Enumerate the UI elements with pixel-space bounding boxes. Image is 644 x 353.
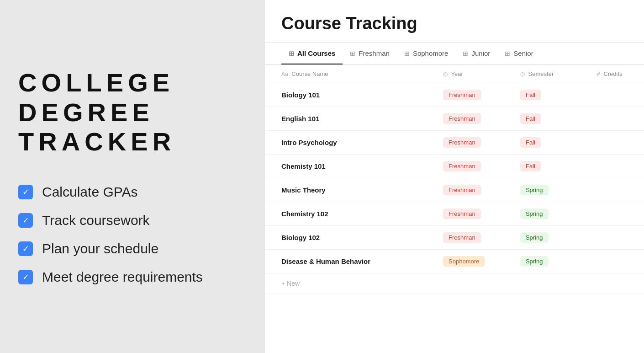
course-name-5: Chemistry 102: [265, 202, 436, 226]
tabs-row: ⊞ All Courses ⊞ Freshman ⊞ Sophomore ⊞ J…: [265, 43, 644, 65]
right-panel: Course Tracking ⊞ All Courses ⊞ Freshman…: [265, 0, 644, 353]
tab-label-sophomore: Sophomore: [413, 49, 449, 57]
course-semester-0: Fall: [513, 83, 590, 107]
course-name-6: Biology 102: [265, 226, 436, 250]
features-list: ✓ Calculate GPAs ✓ Track coursework ✓ Pl…: [18, 184, 247, 285]
semester-badge-7: Spring: [520, 256, 549, 267]
table-row[interactable]: Biology 101 Freshman Fall: [265, 83, 644, 107]
course-credits-5: [590, 202, 644, 226]
text-icon: Aa: [281, 71, 288, 77]
table-row[interactable]: Chemistry 102 Freshman Spring: [265, 202, 644, 226]
tab-label-senior: Senior: [513, 49, 533, 57]
page-title: Course Tracking: [265, 14, 644, 43]
col-header-credits: # Credits: [590, 65, 644, 83]
new-row-label: + New: [265, 273, 644, 294]
course-name-7: Disease & Human Behavior: [265, 250, 436, 273]
table-header-row: Aa Course Name ◎ Year ◎ Semester # Credi…: [265, 65, 644, 83]
course-year-5: Freshman: [436, 202, 513, 226]
course-name-0: Biology 101: [265, 83, 436, 107]
checkbox-icon-schedule: ✓: [18, 241, 33, 256]
year-badge-0: Freshman: [443, 90, 481, 100]
checkbox-icon-coursework: ✓: [18, 213, 33, 228]
year-badge-3: Freshman: [443, 161, 481, 171]
year-badge-5: Freshman: [443, 209, 481, 219]
table-row[interactable]: Music Theory Freshman Spring: [265, 178, 644, 202]
semester-badge-1: Fall: [520, 113, 541, 124]
tab-label-all: All Courses: [297, 49, 335, 57]
semester-badge-0: Fall: [520, 90, 541, 100]
course-credits-4: [590, 178, 644, 202]
semester-badge-6: Spring: [520, 232, 549, 243]
table-row[interactable]: English 101 Freshman Fall: [265, 107, 644, 131]
feature-label-coursework: Track coursework: [42, 213, 150, 228]
course-credits-0: [590, 83, 644, 107]
table-icon-freshman: ⊞: [350, 50, 355, 57]
feature-label-gpas: Calculate GPAs: [42, 184, 138, 200]
checkbox-icon-gpas: ✓: [18, 185, 33, 199]
course-year-3: Freshman: [436, 155, 513, 178]
year-badge-4: Freshman: [443, 185, 481, 195]
course-credits-3: [590, 155, 644, 178]
table-container[interactable]: Aa Course Name ◎ Year ◎ Semester # Credi…: [265, 65, 644, 353]
course-year-1: Freshman: [436, 107, 513, 131]
tab-freshman[interactable]: ⊞ Freshman: [343, 43, 397, 64]
hash-icon: #: [597, 71, 600, 77]
course-credits-6: [590, 226, 644, 250]
course-year-0: Freshman: [436, 83, 513, 107]
col-header-semester: ◎ Semester: [513, 65, 590, 83]
course-semester-7: Spring: [513, 250, 590, 273]
circle-icon2: ◎: [520, 71, 525, 77]
table-row[interactable]: Biology 102 Freshman Spring: [265, 226, 644, 250]
feature-label-requirements: Meet degree requirements: [42, 269, 203, 285]
left-panel: COLLEGE DEGREE TRACKER ✓ Calculate GPAs …: [0, 0, 265, 353]
course-name-3: Chemisty 101: [265, 155, 436, 178]
course-semester-1: Fall: [513, 107, 590, 131]
table-icon-all: ⊞: [289, 50, 294, 57]
course-credits-1: [590, 107, 644, 131]
new-row[interactable]: + New: [265, 273, 644, 294]
course-semester-5: Spring: [513, 202, 590, 226]
table-icon-sophomore: ⊞: [404, 50, 410, 57]
feature-coursework: ✓ Track coursework: [18, 213, 247, 228]
tab-all[interactable]: ⊞ All Courses: [281, 43, 343, 64]
course-name-1: English 101: [265, 107, 436, 131]
tab-label-freshman: Freshman: [359, 49, 390, 57]
semester-badge-3: Fall: [520, 161, 541, 171]
course-credits-7: [590, 250, 644, 273]
table-row[interactable]: Chemisty 101 Freshman Fall: [265, 155, 644, 178]
semester-badge-4: Spring: [520, 185, 549, 195]
feature-label-schedule: Plan your schedule: [42, 241, 158, 257]
course-semester-3: Fall: [513, 155, 590, 178]
course-name-4: Music Theory: [265, 178, 436, 202]
semester-badge-5: Spring: [520, 209, 549, 219]
course-semester-2: Fall: [513, 131, 590, 155]
table-row[interactable]: Intro Psychology Freshman Fall: [265, 131, 644, 155]
year-badge-1: Freshman: [443, 113, 481, 124]
tab-label-junior: Junior: [471, 49, 490, 57]
course-semester-6: Spring: [513, 226, 590, 250]
year-badge-7: Sophomore: [443, 256, 485, 267]
course-name-2: Intro Psychology: [265, 131, 436, 155]
app-title: COLLEGE DEGREE TRACKER: [18, 68, 247, 156]
year-badge-6: Freshman: [443, 232, 481, 243]
course-semester-4: Spring: [513, 178, 590, 202]
course-year-6: Freshman: [436, 226, 513, 250]
checkbox-icon-requirements: ✓: [18, 270, 33, 284]
tab-senior[interactable]: ⊞ Senior: [497, 43, 540, 64]
feature-gpas: ✓ Calculate GPAs: [18, 184, 247, 200]
courses-table: Aa Course Name ◎ Year ◎ Semester # Credi…: [265, 65, 644, 294]
table-row[interactable]: Disease & Human Behavior Sophomore Sprin…: [265, 250, 644, 273]
col-header-name: Aa Course Name: [265, 65, 436, 83]
tab-sophomore[interactable]: ⊞ Sophomore: [397, 43, 456, 64]
col-header-year: ◎ Year: [436, 65, 513, 83]
circle-icon: ◎: [443, 71, 448, 77]
course-year-4: Freshman: [436, 178, 513, 202]
feature-schedule: ✓ Plan your schedule: [18, 241, 247, 257]
feature-requirements: ✓ Meet degree requirements: [18, 269, 247, 285]
course-year-7: Sophomore: [436, 250, 513, 273]
tab-junior[interactable]: ⊞ Junior: [455, 43, 497, 64]
table-icon-senior: ⊞: [505, 50, 510, 57]
course-year-2: Freshman: [436, 131, 513, 155]
course-credits-2: [590, 131, 644, 155]
table-icon-junior: ⊞: [463, 50, 468, 57]
